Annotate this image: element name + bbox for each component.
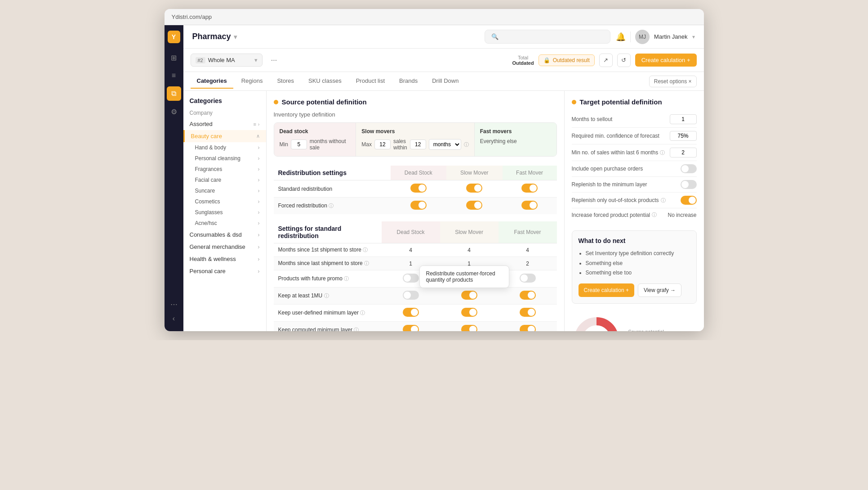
row3-slow-toggle[interactable] xyxy=(461,291,477,300)
slow-months-select[interactable]: months weeks xyxy=(429,139,461,150)
toolbar-right: Total Outdated 🔒 Outdated result ↗ ↺ Cre… xyxy=(512,54,696,67)
table-row-months-last-shipment: Months since last shipment to store ⓘ xyxy=(274,257,557,270)
dead-min-input[interactable] xyxy=(291,139,307,149)
row2-dead-toggle[interactable] xyxy=(403,274,419,283)
row0-slow-input[interactable] xyxy=(445,247,494,253)
tab-sku-classes[interactable]: SKU classes xyxy=(302,74,348,89)
bell-icon[interactable]: 🔔 xyxy=(616,32,626,42)
category-beauty-care[interactable]: Beauty care ∧ xyxy=(183,130,266,142)
target-min-confidence-input[interactable] xyxy=(670,131,697,141)
fast-movers-label: Everything else xyxy=(480,138,517,144)
tab-brands[interactable]: Brands xyxy=(393,74,424,89)
subcategory-personal-cleansing[interactable]: Personal cleansing › xyxy=(183,153,266,164)
header-separator xyxy=(630,31,631,42)
more-options-button[interactable]: ··· xyxy=(268,54,280,67)
list-item: Something else too xyxy=(586,268,690,278)
what-next-create-button[interactable]: Create calulation + xyxy=(579,283,634,297)
user-chevron[interactable]: ▾ xyxy=(692,34,695,40)
slow-max-input[interactable] xyxy=(374,139,391,149)
subcategory-sunglasses[interactable]: Sunglasses › xyxy=(183,207,266,218)
sidebar-icon-list[interactable]: ≡ xyxy=(167,68,181,83)
row0-dead-input[interactable] xyxy=(386,247,436,253)
sidebar-icon-back[interactable]: ‹ xyxy=(167,311,181,326)
tab-categories[interactable]: Categories xyxy=(191,74,233,89)
slow-movers-title: Slow movers xyxy=(361,128,468,135)
replenish-min-toggle[interactable] xyxy=(681,180,697,189)
row0-fast-input[interactable] xyxy=(503,247,552,253)
fast-movers-col: Fast movers Everything else xyxy=(475,123,556,156)
slow-within-input[interactable] xyxy=(410,139,426,149)
category-general-merchandise[interactable]: General merchandise › xyxy=(183,241,266,253)
category-assorted[interactable]: Assorted ≡ › xyxy=(183,118,266,130)
right-panel: Target potential definition Months to se… xyxy=(565,91,704,331)
row1-fast-input[interactable] xyxy=(503,261,552,267)
sidebar-icon-settings[interactable]: ⚙ xyxy=(167,104,181,119)
fast-movers-title: Fast movers xyxy=(480,128,551,135)
forced-dead-toggle[interactable] xyxy=(410,201,427,210)
std-slow-toggle[interactable] xyxy=(466,184,482,193)
out-of-stock-info-icon: ⓘ xyxy=(661,197,666,204)
create-calculation-button[interactable]: Create calulation + xyxy=(635,54,697,67)
share-button[interactable]: ↗ xyxy=(599,54,613,67)
row2-fast-toggle[interactable] xyxy=(520,274,536,283)
pharmacy-chevron[interactable]: ▾ xyxy=(234,33,237,40)
subcategory-hand-body[interactable]: Hand & body › xyxy=(183,142,266,153)
subcategory-cosmetics[interactable]: Cosmetics › xyxy=(183,196,266,207)
dead-months-label: months without sale xyxy=(310,138,350,151)
table-row-keep-1mu: Keep at least 1MU ⓘ xyxy=(274,288,557,305)
subcategory-fragrances[interactable]: Fragrances › xyxy=(183,164,266,175)
standard-redist-fast xyxy=(503,180,557,198)
table-row-computed-min-layer: Keep computed minimum layer ⓘ xyxy=(274,322,557,332)
chart-stats: Source potential 8.2M Target potential 4… xyxy=(628,329,664,331)
std-fast-toggle[interactable] xyxy=(521,184,538,193)
row4-slow-toggle[interactable] xyxy=(461,308,477,317)
avatar: MJ xyxy=(635,30,650,44)
search-box[interactable]: 🔍 xyxy=(485,30,610,44)
tab-stores[interactable]: Stores xyxy=(271,74,300,89)
standard-redistribution-settings: Settings for standard redistribution Dea… xyxy=(274,221,557,331)
row4-dead-toggle[interactable] xyxy=(403,308,419,317)
row4-fast-toggle[interactable] xyxy=(520,308,536,317)
target-section-title: Target potential definition xyxy=(580,98,662,106)
open-purchase-toggle[interactable] xyxy=(681,164,697,173)
url-text: Ydistri.com/app xyxy=(172,13,212,20)
inv-type-subtitle: Inventory type definition xyxy=(274,111,557,118)
tab-regions[interactable]: Regions xyxy=(235,74,269,89)
row5-slow-toggle[interactable] xyxy=(461,325,477,331)
total-badge: Total Outdated xyxy=(512,55,534,66)
row5-dead-toggle[interactable] xyxy=(403,325,419,331)
chevron-right-icon: › xyxy=(258,166,260,172)
row3-dead-toggle[interactable] xyxy=(403,291,419,300)
tab-product-list[interactable]: Product list xyxy=(350,74,391,89)
category-personal-care[interactable]: Personal care › xyxy=(183,265,266,277)
store-chevron-icon: ▾ xyxy=(254,57,258,63)
refresh-button[interactable]: ↺ xyxy=(617,54,631,67)
category-health-wellness[interactable]: Health & wellness › xyxy=(183,253,266,265)
donut-chart xyxy=(572,315,621,331)
target-section-header: Target potential definition xyxy=(572,98,697,106)
subcategory-acne-hsc[interactable]: Acne/hsc › xyxy=(183,218,266,229)
sidebar-icon-more[interactable]: ⋯ xyxy=(167,297,181,311)
category-consumables-dsd[interactable]: Consumables & dsd › xyxy=(183,229,266,241)
forced-fast-toggle[interactable] xyxy=(521,201,538,210)
tab-drill-down[interactable]: Drill Down xyxy=(426,74,465,89)
months-sellout-input[interactable] xyxy=(670,114,697,124)
sidebar-icon-grid[interactable]: ⊞ xyxy=(167,50,181,65)
standard-redist-dead xyxy=(391,180,446,198)
forced-slow-toggle[interactable] xyxy=(466,201,482,210)
target-row-increase-forced: Increase forced product potential ⓘ No i… xyxy=(572,208,697,221)
min-sales-input[interactable] xyxy=(670,148,697,157)
view-grafy-button[interactable]: View grafy → xyxy=(638,283,681,297)
row5-fast-toggle[interactable] xyxy=(520,325,536,331)
row3-fast-toggle[interactable] xyxy=(520,291,536,300)
std-dead-toggle[interactable] xyxy=(410,184,427,193)
reset-options-button[interactable]: Reset options × xyxy=(649,76,697,87)
subcategory-suncare[interactable]: Suncare › xyxy=(183,185,266,196)
total-label: Total xyxy=(512,55,534,60)
source-section-header: Source potential definition xyxy=(274,98,557,106)
source-label: Source potential xyxy=(628,329,664,331)
sidebar-icon-filter[interactable]: ⧉ xyxy=(167,86,181,101)
out-of-stock-toggle[interactable] xyxy=(681,196,697,205)
subcategory-facial-care[interactable]: Facial care › xyxy=(183,175,266,185)
store-selector[interactable]: #2 Whole MA ▾ xyxy=(191,54,263,67)
